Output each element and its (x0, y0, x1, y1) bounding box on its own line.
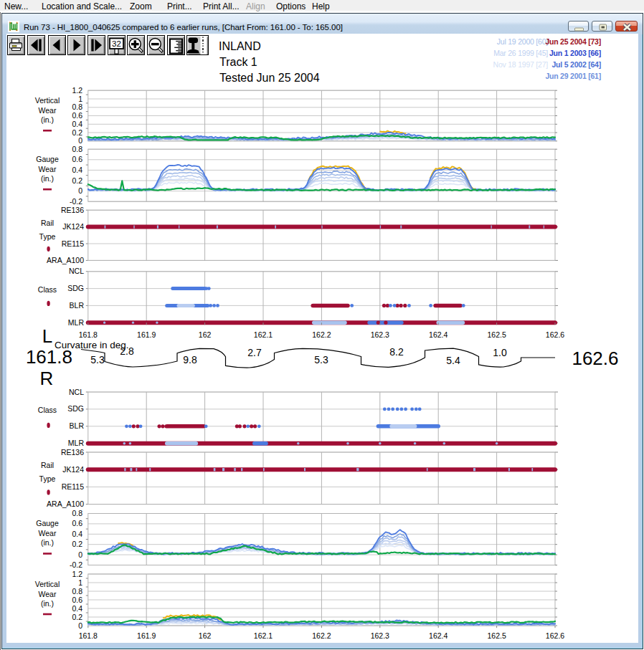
svg-text:32: 32 (112, 39, 121, 48)
